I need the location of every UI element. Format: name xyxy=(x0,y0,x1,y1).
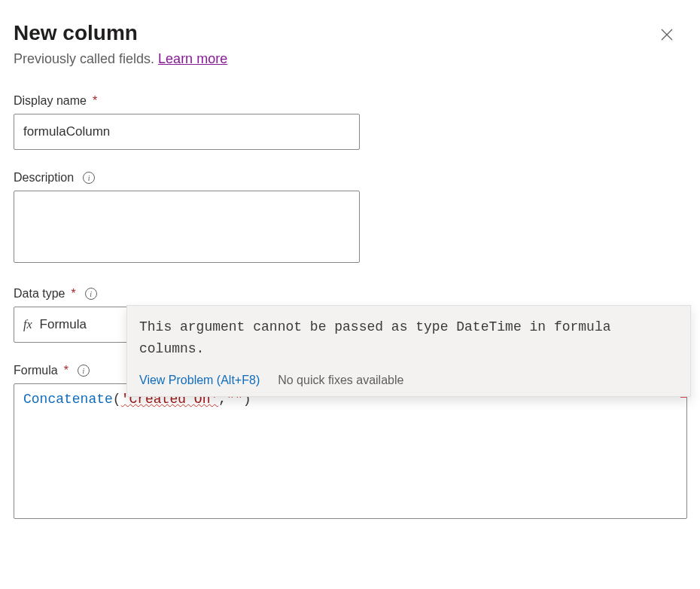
page-subtitle: Previously called fields. Learn more xyxy=(14,51,686,67)
required-asterisk: * xyxy=(93,94,97,108)
close-icon xyxy=(659,27,674,42)
error-message: This argument cannot be passed as type D… xyxy=(127,306,690,368)
token-function: Concatenate xyxy=(23,392,113,407)
display-name-input[interactable] xyxy=(14,114,360,150)
description-input[interactable] xyxy=(14,191,360,263)
fx-icon: fx xyxy=(23,318,32,331)
token-open-paren: ( xyxy=(113,392,121,407)
description-field: Description i xyxy=(14,171,686,266)
formula-editor[interactable]: Concatenate('Created On',"") xyxy=(14,383,687,519)
error-tooltip: This argument cannot be passed as type D… xyxy=(126,305,691,397)
subtitle-text: Previously called fields. xyxy=(14,51,158,66)
required-asterisk: * xyxy=(64,364,68,377)
data-type-label: Data type * i xyxy=(14,287,686,301)
page-title: New column xyxy=(14,21,138,45)
formula-label-text: Formula xyxy=(14,364,58,377)
display-name-label: Display name * xyxy=(14,94,686,108)
info-icon[interactable]: i xyxy=(85,288,97,300)
description-label: Description i xyxy=(14,171,686,185)
info-icon[interactable]: i xyxy=(78,365,90,377)
data-type-label-text: Data type xyxy=(14,287,65,301)
view-problem-link[interactable]: View Problem (Alt+F8) xyxy=(139,374,260,387)
info-icon[interactable]: i xyxy=(83,172,95,184)
display-name-field: Display name * xyxy=(14,94,686,150)
data-type-value: Formula xyxy=(40,317,87,332)
no-quick-fixes-text: No quick fixes available xyxy=(278,374,403,387)
display-name-label-text: Display name xyxy=(14,94,87,108)
formula-field: Formula * i This argument cannot be pass… xyxy=(14,364,686,519)
required-asterisk: * xyxy=(71,287,75,301)
learn-more-link[interactable]: Learn more xyxy=(158,51,227,66)
description-label-text: Description xyxy=(14,171,74,185)
close-button[interactable] xyxy=(656,24,677,45)
